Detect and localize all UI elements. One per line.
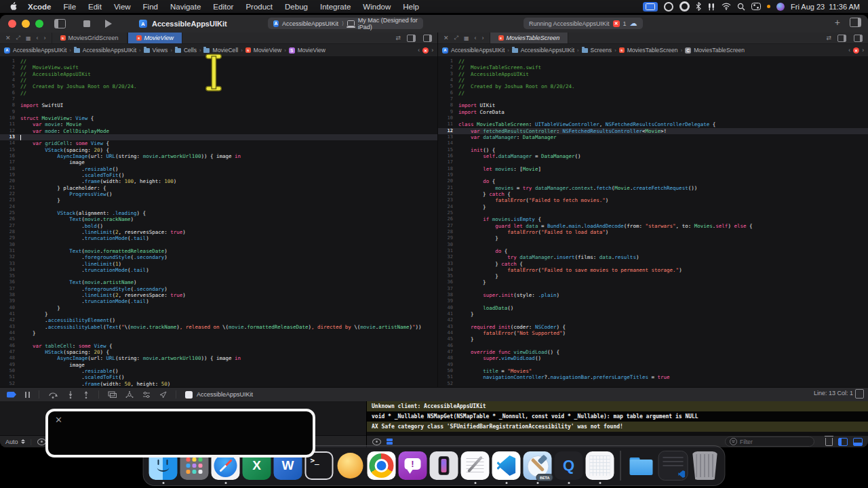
prev-issue-icon[interactable]: ‹ [848,47,850,54]
code-line-16[interactable]: 16 AsyncImage(url: URL(string: movie.art… [0,153,437,159]
code-line-10[interactable]: 10 [438,115,868,121]
code-line-48[interactable]: 48 super.viewDidLoad() [438,355,868,361]
breadcrumb-item[interactable]: CMoviesTableScreen [685,47,745,54]
code-line-34[interactable]: 34 fatalError("Failed to save movies to … [438,267,868,273]
code-line-30[interactable]: 30 [0,242,437,248]
code-line-32[interactable]: 32 .foregroundStyle(.secondary) [0,254,437,260]
code-line-21[interactable]: 21 } placeholder: { [0,185,437,191]
code-line-27[interactable]: 27 .bold() [0,223,437,229]
code-line-43[interactable]: 43 required init(coder: NSCoder) { [438,324,868,330]
next-issue-icon[interactable]: › [431,47,433,54]
breadcrumb-item[interactable]: AAccessibleAppsUIKit [442,47,505,54]
code-line-28[interactable]: 28 .lineLimit(2, reservesSpace: true) [0,229,437,235]
inspector-toggle-icon[interactable] [850,18,861,27]
camera-icon[interactable] [679,1,690,12]
code-line-51[interactable]: 51 navigationController?.navigationBar.p… [438,374,868,380]
issue-badge-icon[interactable]: ✕ [422,47,429,54]
code-line-41[interactable]: 41 } [0,311,437,317]
code-line-35[interactable]: 35 } [438,273,868,279]
code-line-8[interactable]: 8import SwiftUI [0,102,437,108]
code-line-18[interactable]: 18 .resizable() [0,166,437,172]
code-line-19[interactable]: 19 .scaledToFit() [0,172,437,178]
code-line-39[interactable]: 39 [438,298,868,304]
editor-tab-moviesgridscreen[interactable]: sMoviesGridScreen [52,33,127,43]
menu-item-help[interactable]: Help [397,3,425,11]
code-line-52[interactable]: 52 [438,381,868,387]
code-line-23[interactable]: 23 fatalError("Failed to fetch movies.") [438,197,868,203]
spotlight-icon[interactable] [737,2,745,12]
code-line-20[interactable]: 20 do { [438,178,868,184]
code-line-7[interactable]: 7 [438,96,868,102]
code-line-14[interactable]: 14 [438,140,868,146]
code-line-50[interactable]: 50 .resizable() [0,368,437,374]
code-line-49[interactable]: 49 [438,362,868,368]
code-line-34[interactable]: 34 .truncationMode(.tail) [0,267,437,273]
dock-item-trash[interactable] [691,451,719,480]
code-line-29[interactable]: 29 .truncationMode(.tail) [0,235,437,241]
code-line-12[interactable]: 12 var fetchedResultsController: NSFetch… [438,128,868,134]
code-line-29[interactable]: 29 } [438,235,868,241]
variables-toggle-icon[interactable] [838,438,848,446]
code-line-47[interactable]: 47 override func viewDidLoad() { [438,349,868,355]
code-line-17[interactable]: 17 image [0,159,437,165]
stop-button[interactable] [83,20,90,27]
expand-editor-icon[interactable]: ⤢ [16,35,20,41]
breakpoints-toggle-icon[interactable] [7,392,16,398]
console-eye-icon[interactable] [372,439,381,445]
code-line-13[interactable]: 13 var dataManager: DataManager [438,134,868,140]
add-editor-icon[interactable] [854,35,863,42]
code-line-45[interactable]: 45 } [438,336,868,342]
code-line-31[interactable]: 31 Text(movie.formattedReleaseDate) [0,248,437,254]
dock-item-textedit[interactable] [461,451,490,480]
code-line-50[interactable]: 50 title = "Movies" [438,368,868,374]
code-line-51[interactable]: 51 .scaledToFit() [0,374,437,380]
wifi-icon[interactable] [722,2,731,12]
code-line-14[interactable]: 14 var gridCell: some View { [0,140,437,146]
code-line-42[interactable]: 42 [438,317,868,323]
code-line-31[interactable]: 31 do { [438,248,868,254]
code-line-44[interactable]: 44 fatalError("Not Supported") [438,330,868,336]
code-line-4[interactable]: 4// [438,77,868,83]
dock-item-simulator[interactable] [586,451,614,480]
menu-item-navigate[interactable]: Navigate [164,3,207,11]
code-line-22[interactable]: 22 } catch { [438,191,868,197]
menu-item-edit[interactable]: Edit [82,3,108,11]
code-line-9[interactable]: 9import CoreData [438,109,868,115]
breadcrumb-item[interactable]: AccessibleAppsUIKit [512,47,574,54]
close-window-button[interactable] [8,20,16,28]
code-line-37[interactable]: 37 .foregroundStyle(.secondary) [0,286,437,292]
code-line-25[interactable]: 25 [438,210,868,216]
quicklook-icon[interactable] [37,439,46,445]
activity-status[interactable]: Running AccessibleAppsUIKit ✕ 1 ☁ [524,18,643,29]
editor-tab-moviestablescreen[interactable]: sMoviesTableScreen [490,33,569,43]
swap-editors-icon[interactable]: ⇄ [395,35,401,41]
menu-clock[interactable]: Fri Aug 23 11:36 AM [791,3,860,11]
clear-console-icon[interactable] [825,438,833,446]
console-view[interactable]: Unknown client: AccessibleAppsUIKitvoid … [367,401,868,447]
code-line-40[interactable]: 40 loadData() [438,305,868,311]
process-chip[interactable]: AccessibleAppsUIKit [185,391,253,399]
close-editor-icon[interactable]: ✕ [443,35,449,41]
code-line-30[interactable]: 30 [438,242,868,248]
bluetooth-icon[interactable] [696,2,701,12]
step-into-icon[interactable] [67,391,74,399]
code-line-2[interactable]: 2// MoviesTableScreen.swift [438,64,868,70]
code-line-52[interactable]: 52 .frame(width: 50, height: 50) [0,381,437,387]
code-line-24[interactable]: 24 } [438,204,868,210]
forward-icon[interactable]: › [44,35,46,41]
back-icon[interactable]: ‹ [37,35,39,41]
code-line-6[interactable]: 6// [438,90,868,96]
pause-icon[interactable] [25,392,30,398]
code-line-15[interactable]: 15 init() { [438,147,868,153]
dock-item-downloads-folder[interactable] [627,451,656,480]
code-line-46[interactable]: 46 var tableCell: some View { [0,343,437,349]
dock-item-chrome[interactable] [368,451,396,480]
add-editor-icon[interactable] [423,35,432,42]
code-line-49[interactable]: 49 image [0,362,437,368]
code-line-10[interactable]: 10struct MovieView: View { [0,115,437,121]
run-button[interactable] [105,20,112,28]
jump-bar-right[interactable]: AAccessibleAppsUIKit›AccessibleAppsUIKit… [438,44,868,57]
console-log-line[interactable]: AX Safe category class 'SFUnifiedBarRegi… [367,422,868,432]
navigator-toggle-icon[interactable] [54,19,66,28]
dock-item-chrome-canary[interactable] [336,451,365,480]
